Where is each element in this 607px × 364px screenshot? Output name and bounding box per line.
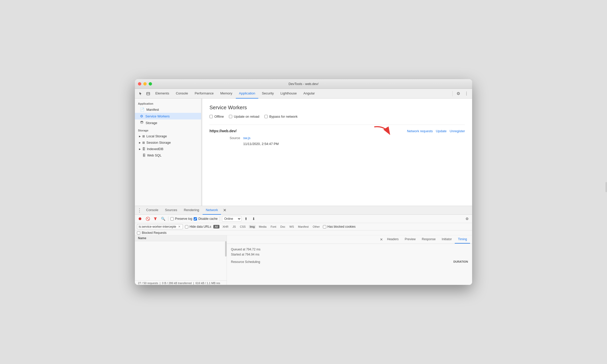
tabs-separator — [452, 91, 453, 96]
preserve-log-checkbox[interactable] — [170, 217, 174, 221]
hide-data-urls-checkbox[interactable] — [185, 225, 188, 228]
network-requests-link[interactable]: Network requests — [407, 129, 433, 133]
sidebar-item-local-storage[interactable]: ▶ ⊞ Local Storage — [135, 133, 201, 139]
tab-elements[interactable]: Elements — [152, 89, 172, 99]
network-content: Name web.dev regular.woff2 app.css?v=6e2… — [135, 235, 472, 285]
settings-icon[interactable]: ⚙ — [455, 90, 462, 97]
cursor-icon[interactable] — [137, 90, 144, 97]
window-title: DevTools - web.dev/ — [288, 82, 318, 86]
drawer-tab-rendering[interactable]: Rendering — [181, 206, 202, 215]
upload-icon[interactable]: ⬆ — [243, 216, 249, 222]
toolbar-separator — [168, 216, 168, 221]
devtools-main-body: Application 📄 Manifest ⚙ Service Workers… — [135, 99, 472, 206]
filter-manifest-chip[interactable]: Manifest — [297, 225, 310, 228]
details-tab-preview[interactable]: Preview — [402, 235, 419, 244]
sidebar-application-label: Application — [135, 101, 201, 106]
section-title: Service Workers — [209, 105, 465, 111]
tab-application[interactable]: Application — [236, 89, 258, 99]
drawer-more-icon[interactable]: ⋮ — [136, 207, 143, 213]
disable-cache-label[interactable]: Disable cache — [194, 217, 217, 221]
offline-checkbox-label[interactable]: Offline — [209, 115, 224, 118]
filter-js-chip[interactable]: JS — [231, 225, 237, 228]
has-blocked-cookies-label[interactable]: Has blocked cookies — [323, 225, 356, 228]
details-tab-timing[interactable]: Timing — [455, 235, 470, 244]
tab-angular[interactable]: Angular — [300, 89, 318, 99]
serviceworkers-icon: ⚙ — [140, 114, 143, 118]
received-label — [220, 142, 240, 146]
update-link[interactable]: Update — [436, 129, 447, 133]
hide-data-urls-label[interactable]: Hide data URLs — [185, 225, 211, 228]
record-button[interactable]: ⏺ — [137, 216, 143, 222]
preserve-log-label[interactable]: Preserve log — [170, 217, 192, 221]
sidebar-item-session-storage[interactable]: ▶ ⊞ Session Storage — [135, 139, 201, 146]
close-button[interactable] — [138, 82, 141, 86]
filter-other-chip[interactable]: Other — [312, 225, 321, 228]
disable-cache-checkbox[interactable] — [194, 217, 197, 221]
details-panel: ✕ Headers Preview Response Initiator Tim… — [227, 235, 472, 285]
filter-font-chip[interactable]: Font — [270, 225, 277, 228]
blocked-requests-row: Blocked Requests — [135, 230, 472, 235]
drawer-tab-console[interactable]: Console — [143, 206, 161, 215]
grid-icon: ⊞ — [142, 135, 145, 138]
filter-ws-chip[interactable]: WS — [288, 225, 295, 228]
sidebar-item-serviceworkers[interactable]: ⚙ Service Workers — [135, 113, 201, 119]
triangle-icon: ▶ — [139, 141, 141, 144]
triangle-icon: ▶ — [139, 135, 141, 138]
sidebar-item-manifest[interactable]: 📄 Manifest — [135, 106, 201, 113]
storage-icon — [140, 121, 144, 125]
filter-img-chip[interactable]: Img — [249, 225, 256, 228]
sidebar-item-websql[interactable]: 🗄 Web SQL — [135, 152, 201, 159]
offline-checkbox[interactable] — [209, 115, 213, 118]
filter-clear-button[interactable]: ✕ — [178, 225, 181, 228]
sw-url: https://web.dev/ — [209, 129, 237, 133]
throttle-select[interactable]: Online Fast 3G Slow 3G Offline — [222, 216, 241, 222]
tab-memory[interactable]: Memory — [217, 89, 235, 99]
drawer-close-button[interactable]: ✕ — [221, 208, 228, 213]
drawer-tab-sources[interactable]: Sources — [162, 206, 180, 215]
sw-details: Source sw.js 11/11/2020, 2:54:47 PM — [209, 136, 465, 146]
tab-security[interactable]: Security — [259, 89, 277, 99]
details-tab-initiator[interactable]: Initiator — [439, 235, 455, 244]
tab-lighthouse[interactable]: Lighthouse — [277, 89, 300, 99]
sidebar-item-storage[interactable]: Storage — [135, 119, 201, 126]
devtools-window: DevTools - web.dev/ Elements Console Per… — [135, 79, 472, 285]
drawer-tab-network[interactable]: Network — [203, 206, 221, 215]
source-label: Source — [220, 136, 240, 140]
source-file-link[interactable]: sw.js — [243, 136, 465, 140]
blocked-requests-checkbox[interactable] — [137, 231, 140, 235]
bypass-for-network-checkbox-label[interactable]: Bypass for network — [264, 115, 298, 118]
bypass-for-network-checkbox[interactable] — [264, 115, 268, 118]
bottom-drawer: ⋮ Console Sources Rendering Network ✕ ⏺ … — [135, 206, 472, 285]
more-options-icon[interactable]: ⋮ — [463, 90, 470, 97]
sidebar: Application 📄 Manifest ⚙ Service Workers… — [135, 99, 201, 206]
network-settings-icon[interactable]: ⚙ — [464, 216, 470, 222]
clear-button[interactable]: 🚫 — [145, 216, 151, 222]
download-icon[interactable]: ⬇ — [251, 216, 257, 222]
details-close-button[interactable]: ✕ — [379, 237, 384, 241]
unregister-link[interactable]: Unregister — [450, 129, 465, 133]
filter-doc-chip[interactable]: Doc — [279, 225, 286, 228]
update-on-reload-checkbox-label[interactable]: Update on reload — [229, 115, 259, 118]
filter-input[interactable] — [139, 225, 177, 228]
tab-console[interactable]: Console — [173, 89, 191, 99]
filter-media-chip[interactable]: Media — [258, 225, 267, 228]
details-tab-headers[interactable]: Headers — [384, 235, 402, 244]
details-tab-response[interactable]: Response — [419, 235, 439, 244]
update-on-reload-checkbox[interactable] — [229, 115, 232, 118]
tab-performance[interactable]: Performance — [192, 89, 217, 99]
minimize-button[interactable] — [143, 82, 147, 86]
search-button[interactable]: 🔍 — [160, 216, 166, 222]
resource-scheduling-row: Resource Scheduling DURATION — [231, 260, 468, 264]
details-content: Queued at 794.72 ms Started at 794.94 ms… — [227, 244, 472, 285]
main-panel: Service Workers Offline Update on reload… — [202, 99, 472, 206]
maximize-button[interactable] — [149, 82, 152, 86]
filter-button[interactable] — [152, 216, 158, 222]
filter-xhr-chip[interactable]: XHR — [221, 225, 229, 228]
filter-css-chip[interactable]: CSS — [239, 225, 247, 228]
sidebar-item-indexeddb[interactable]: ▶ 🗄 IndexedDB — [135, 146, 201, 152]
filter-all-chip[interactable]: All — [213, 225, 219, 228]
has-blocked-cookies-checkbox[interactable] — [323, 225, 326, 228]
dock-icon[interactable] — [145, 90, 152, 97]
websql-icon: 🗄 — [143, 154, 146, 157]
requests-panel: Name web.dev regular.woff2 app.css?v=6e2… — [135, 235, 227, 285]
